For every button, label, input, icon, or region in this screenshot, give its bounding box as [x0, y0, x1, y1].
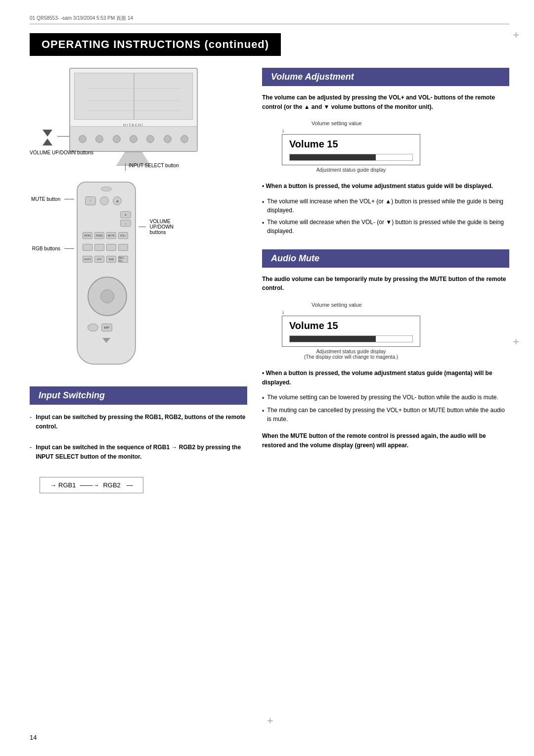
input-bullet-text-2: Input can be switched in the sequence of… [36, 443, 247, 461]
flow-rgb1: RGB1 [58, 481, 76, 489]
remote-diagram-area: MUTE button RGB buttons [30, 182, 247, 375]
bullet-dash-1: - [30, 413, 32, 437]
header-meta: 01 QR58553- -sam 3/19/2004 5:53 PM 頁面 14 [30, 15, 509, 24]
remote-body-container: I ⊘ + - RGB1 RGB2 MUTE [74, 182, 138, 375]
mute-bullet-1: • The volume setting can be lowered by p… [262, 393, 509, 403]
mute-volume-bar [289, 335, 413, 342]
mute-bullet-dot-2: • [262, 407, 264, 424]
remote-right-labels: VOLUME UP/DOWN buttons [138, 182, 188, 375]
volume-updown-label: VOLUME UP/DOWN buttons [30, 149, 93, 156]
remote-power-row: I ⊘ [85, 196, 122, 205]
vol-connector-line [57, 136, 69, 137]
monitor-body: HITACHI [69, 68, 198, 152]
volume-value: Volume 15 [289, 139, 413, 150]
mute-button-label: MUTE button [31, 196, 74, 202]
vol-updown-label: VOLUME UP/DOWN buttons [138, 219, 188, 235]
main-title: OPERATING INSTRUCTIONS (continued) [30, 33, 281, 56]
mute-bullet-2: • The muting can be cancelled by pressin… [262, 406, 509, 424]
remote-body: I ⊘ + - RGB1 RGB2 MUTE [77, 182, 136, 365]
input-select-label: INPUT SELECT button [129, 163, 179, 168]
volume-adjustment-header: Volume Adjustment [262, 68, 509, 86]
input-switching-header: Input Switching [30, 386, 247, 405]
vol-bullet-heading: • When a button is pressed, the volume a… [262, 182, 509, 191]
remote-rgb-row: RGB1 RGB2 MUTE VOL+ [83, 232, 128, 239]
flow-arrow-left: → [50, 481, 56, 489]
bullet-dot-1: • [262, 198, 264, 215]
rgb-buttons-label: RGB buttons [32, 246, 74, 251]
flow-arrow-mid: ——→ [80, 481, 99, 489]
mute-bullet-dot-1: • [262, 394, 264, 403]
mute-volume-value: Volume 15 [289, 320, 413, 331]
mute-footer-text: When the MUTE button of the remote contr… [262, 431, 509, 450]
audio-mute-intro: The audio volume can be temporarily mute… [262, 275, 509, 293]
crosshair-bottom: + [267, 715, 273, 726]
mute-adj-status-label: Adjustment status guide display (The dis… [282, 349, 420, 360]
bullet-dot-2: • [262, 219, 264, 236]
remote-btn-row2 [83, 244, 128, 251]
mute-bullet-heading: • When a button is pressed, the volume a… [262, 369, 509, 387]
page-number: 14 [30, 734, 37, 741]
mute-vol-arrow: ↓ [282, 309, 509, 315]
remote-btn-row3: AUTO H-P SIZE REC-ALL [83, 256, 128, 263]
mute-vol-setting-label: Volume setting value [312, 302, 509, 308]
volume-display-area: Volume setting value ↓ Volume 15 Adjustm… [282, 120, 509, 173]
vol-arrow-indicator: ↓ [282, 127, 509, 133]
mute-volume-display-area: Volume setting value ↓ Volume 15 Adjustm… [282, 302, 509, 360]
monitor-screen [74, 73, 193, 120]
vol-adj-intro: The volume can be adjusted by pressing t… [262, 93, 509, 111]
volume-bar-fill [290, 154, 376, 160]
vol-bullet-1: • The volume will increase when the VOL+… [262, 197, 509, 215]
vol-setting-label: Volume setting value [312, 120, 509, 126]
input-switching-section: Input Switching - Input can be switched … [30, 386, 247, 493]
volume-box: Volume 15 [282, 134, 420, 165]
bullet-dash-2: - [30, 443, 32, 467]
remote-vol-buttons: + - [120, 211, 131, 227]
flow-rgb2: RGB2 [103, 481, 120, 489]
input-bullet-text-1: Input can be switched by pressing the RG… [36, 413, 247, 431]
audio-mute-section: Audio Mute The audio volume can be tempo… [262, 249, 509, 450]
monitor-control-strip [70, 126, 197, 151]
remote-left-labels: MUTE button RGB buttons [30, 182, 74, 375]
vol-bullet-2: • The volume will decrease when the VOL-… [262, 218, 509, 236]
mute-volume-box: Volume 15 [282, 316, 420, 347]
input-connector-vert [125, 163, 126, 171]
volume-bar [289, 154, 413, 161]
volume-adjustment-section: Volume Adjustment The volume can be adju… [262, 68, 509, 236]
audio-mute-header: Audio Mute [262, 249, 509, 268]
crosshair-top-right: + [513, 30, 519, 41]
remote-nav-circle [88, 277, 127, 316]
vol-arrows [43, 130, 52, 145]
input-bullet-2: - Input can be switched in the sequence … [30, 443, 247, 467]
input-bullet-1: - Input can be switched by pressing the … [30, 413, 247, 437]
rgb-flow-diagram: → RGB1 ——→ RGB2 — [40, 477, 143, 493]
mute-volume-bar-fill [290, 336, 376, 342]
crosshair-mid-right: + [513, 336, 519, 347]
flow-dash-end: — [127, 481, 133, 489]
remote-bottom-buttons: EXIT [88, 324, 112, 331]
adj-status-label: Adjustment status guide display [282, 167, 420, 173]
